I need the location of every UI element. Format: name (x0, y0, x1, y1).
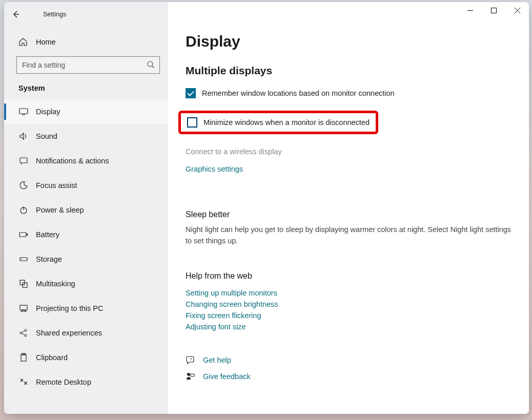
battery-icon (18, 229, 29, 240)
sidebar-item-power[interactable]: Power & sleep (4, 198, 168, 222)
back-button[interactable] (4, 3, 28, 26)
notifications-icon (18, 156, 29, 166)
remember-locations-checkbox[interactable] (186, 88, 196, 98)
sidebar-item-storage[interactable]: Storage (4, 247, 168, 271)
svg-point-20 (25, 329, 27, 331)
search-input[interactable] (16, 56, 160, 74)
maximize-button[interactable] (482, 2, 505, 18)
sidebar-item-label: Display (36, 108, 60, 116)
sidebar-item-multitasking[interactable]: Multitasking (4, 271, 168, 296)
sidebar: Home System Display Sound Notifications … (4, 2, 168, 414)
sound-icon (18, 131, 29, 141)
get-help-link[interactable]: Get help (203, 356, 231, 364)
svg-text:?: ? (190, 357, 192, 362)
sleep-better-block: Sleep better Night light can help you ge… (186, 210, 511, 247)
home-icon (18, 37, 29, 47)
svg-rect-12 (19, 233, 26, 237)
get-help-icon: ? (186, 355, 196, 365)
maximize-icon (491, 8, 497, 13)
display-icon (18, 107, 29, 117)
sidebar-item-label: Storage (36, 255, 62, 263)
help-link[interactable]: Adjusting font size (186, 323, 511, 331)
remember-locations-label: Remember window locations based on monit… (202, 89, 395, 97)
get-help-row[interactable]: ? Get help (186, 355, 511, 365)
sidebar-item-remote-desktop[interactable]: Remote Desktop (4, 370, 168, 394)
sidebar-item-clipboard[interactable]: Clipboard (4, 345, 168, 370)
give-feedback-link[interactable]: Give feedback (203, 372, 251, 381)
svg-point-29 (187, 373, 190, 376)
help-heading: Help from the web (186, 271, 511, 281)
sidebar-item-label: Power & sleep (36, 206, 84, 214)
sidebar-item-label: Remote Desktop (36, 378, 91, 386)
minimize-windows-checkbox[interactable] (187, 117, 197, 128)
svg-line-6 (152, 66, 154, 68)
shared-icon (18, 328, 29, 338)
highlighted-setting: Minimize windows when a monitor is disco… (178, 111, 378, 134)
svg-rect-18 (20, 305, 27, 310)
help-from-web-block: Help from the web Setting up multiple mo… (186, 271, 511, 331)
svg-rect-7 (19, 109, 28, 114)
title-bar: Settings (4, 2, 529, 27)
remote-desktop-icon (18, 377, 29, 387)
sidebar-item-focus-assist[interactable]: Focus assist (4, 173, 168, 198)
sidebar-item-label: Clipboard (36, 353, 68, 362)
sidebar-item-notifications[interactable]: Notifications & actions (4, 149, 168, 173)
search-icon (147, 60, 155, 69)
sidebar-nav: Display Sound Notifications & actions Fo… (4, 99, 168, 394)
svg-rect-2 (491, 8, 496, 13)
sidebar-item-label: Focus assist (36, 181, 77, 190)
remember-locations-row: Remember window locations based on monit… (186, 88, 511, 98)
sleep-better-body: Night light can help you get to sleep by… (186, 224, 511, 247)
svg-rect-30 (191, 374, 194, 376)
sidebar-item-shared[interactable]: Shared experiences (4, 321, 168, 345)
svg-rect-9 (20, 158, 27, 163)
projecting-icon (18, 303, 29, 313)
connect-wireless-display[interactable]: Connect to a wireless display (186, 148, 511, 156)
close-icon (515, 8, 520, 13)
main-content: Display Multiple displays Remember windo… (168, 2, 529, 414)
power-icon (18, 205, 29, 215)
help-link[interactable]: Fixing screen flickering (186, 311, 511, 320)
sleep-better-heading: Sleep better (186, 210, 511, 219)
page-title: Display (186, 33, 511, 50)
focus-assist-icon (18, 180, 29, 191)
minimize-icon (467, 8, 473, 13)
svg-point-21 (25, 334, 27, 337)
graphics-settings-link[interactable]: Graphics settings (186, 165, 511, 173)
multitasking-icon (18, 279, 29, 289)
sidebar-item-projecting[interactable]: Projecting to this PC (4, 296, 168, 321)
sidebar-item-label: Multitasking (36, 280, 75, 288)
sidebar-item-sound[interactable]: Sound (4, 124, 168, 149)
close-button[interactable] (505, 2, 529, 18)
sidebar-item-label: Shared experiences (36, 329, 102, 337)
feedback-icon (186, 372, 196, 381)
help-link[interactable]: Setting up multiple monitors (186, 289, 511, 297)
sidebar-item-battery[interactable]: Battery (4, 222, 168, 247)
give-feedback-row[interactable]: Give feedback (186, 372, 511, 381)
search-container (16, 56, 160, 74)
app-title: Settings (43, 11, 66, 18)
storage-icon (18, 254, 29, 264)
help-link[interactable]: Changing screen brightness (186, 300, 511, 308)
minimize-windows-row: Minimize windows when a monitor is disco… (187, 117, 370, 128)
svg-line-22 (22, 331, 25, 332)
svg-line-23 (22, 333, 25, 335)
svg-point-5 (148, 61, 153, 67)
svg-point-15 (21, 259, 22, 260)
home-button[interactable]: Home (4, 31, 168, 53)
sidebar-item-label: Notifications & actions (36, 157, 109, 165)
sidebar-item-label: Projecting to this PC (36, 304, 103, 312)
minimize-windows-label: Minimize windows when a monitor is disco… (203, 118, 370, 127)
arrow-left-icon (12, 10, 20, 18)
section-multiple-displays: Multiple displays (186, 65, 511, 77)
svg-rect-14 (20, 258, 27, 261)
svg-point-19 (20, 332, 22, 334)
sidebar-item-label: Sound (36, 132, 57, 140)
home-label: Home (36, 38, 56, 46)
svg-rect-24 (21, 354, 26, 361)
minimize-button[interactable] (458, 2, 482, 18)
sidebar-item-label: Battery (36, 230, 59, 239)
sidebar-item-display[interactable]: Display (4, 99, 168, 124)
footer-links: ? Get help Give feedback (186, 355, 511, 381)
svg-rect-13 (27, 234, 28, 236)
